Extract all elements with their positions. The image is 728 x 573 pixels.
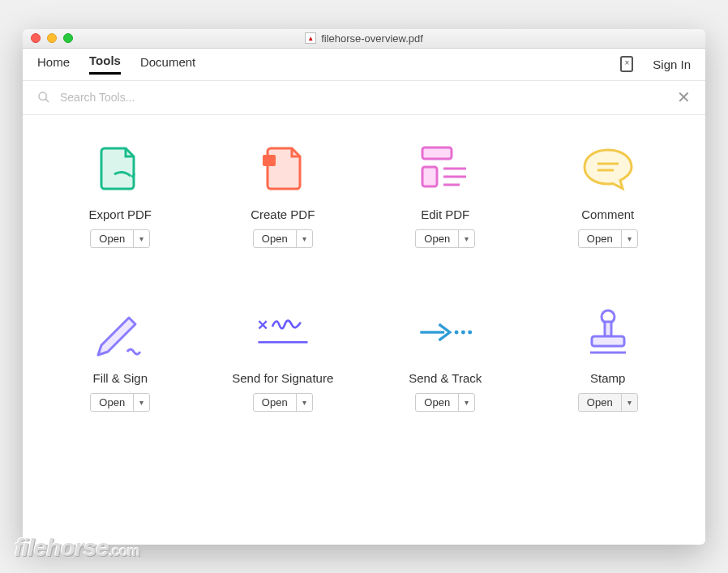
open-split-button[interactable]: Open ▾ [415,229,475,248]
svg-line-1 [45,99,49,102]
tool-export-pdf[interactable]: Export PDF Open ▾ [39,141,202,248]
tab-home[interactable]: Home [37,55,70,74]
zoom-window-icon[interactable] [63,33,73,43]
search-bar: ✕ [23,81,705,115]
top-nav: Home Tools Document Sign In [23,49,705,81]
open-button[interactable]: Open [579,230,622,247]
svg-rect-17 [605,322,611,336]
svg-point-15 [468,330,472,334]
mobile-device-icon[interactable] [620,56,633,72]
open-split-button[interactable]: Open ▾ [578,229,638,248]
open-split-button[interactable]: Open ▾ [253,393,313,412]
window-controls [31,33,73,43]
open-button[interactable]: Open [254,230,297,247]
tool-label: Fill & Sign [92,371,148,385]
open-button[interactable]: Open [416,230,459,247]
tool-label: Stamp [590,371,625,385]
comment-icon [580,141,636,196]
tool-comment[interactable]: Comment Open ▾ [527,141,690,248]
chevron-down-icon[interactable]: ▾ [622,394,637,411]
tools-grid: Export PDF Open ▾ Create PDF Open [23,115,705,438]
chevron-down-icon[interactable]: ▾ [297,394,312,411]
tool-fill-sign[interactable]: Fill & Sign Open ▾ [39,305,202,412]
open-split-button[interactable]: Open ▾ [253,229,313,248]
tab-document[interactable]: Document [140,55,195,74]
open-button[interactable]: Open [254,394,297,411]
chevron-down-icon[interactable]: ▾ [297,230,312,247]
pdf-file-icon: ▲ [305,32,316,44]
svg-text:✕: ✕ [256,316,268,332]
tools-scroll-area[interactable]: Export PDF Open ▾ Create PDF Open [23,115,705,545]
open-split-button[interactable]: Open ▾ [415,393,475,412]
watermark-text: filehorse [15,534,109,561]
open-split-button[interactable]: Open ▾ [578,393,638,412]
minimize-window-icon[interactable] [47,33,57,43]
svg-point-0 [39,92,46,100]
chevron-down-icon[interactable]: ▾ [459,394,474,411]
send-track-icon [418,305,473,360]
app-window: ▲ filehorse-overview.pdf Home Tools Docu… [23,29,705,545]
tool-create-pdf[interactable]: Create PDF Open ▾ [202,141,365,248]
tool-label: Edit PDF [421,207,469,221]
create-pdf-icon [255,141,310,196]
sign-in-link[interactable]: Sign In [653,58,691,71]
send-signature-icon: ✕ [255,305,310,360]
tool-edit-pdf[interactable]: Edit PDF Open ▾ [364,141,527,248]
tool-label: Export PDF [88,207,152,221]
window-title-text: filehorse-overview.pdf [321,32,423,45]
svg-point-13 [455,330,459,334]
watermark-suffix: .com [109,543,139,559]
chevron-down-icon[interactable]: ▾ [459,230,474,247]
window-title: ▲ filehorse-overview.pdf [23,32,705,45]
tool-label: Send for Signature [232,371,333,385]
edit-pdf-icon [418,141,473,196]
stamp-icon [580,305,636,360]
watermark: filehorse.com [15,534,139,562]
svg-point-14 [461,330,465,334]
search-input[interactable] [60,91,667,104]
tool-send-signature[interactable]: ✕ Send for Signature Open ▾ [202,305,365,412]
fill-sign-icon [92,305,148,360]
open-button[interactable]: Open [416,394,459,411]
open-split-button[interactable]: Open ▾ [90,393,150,412]
tool-label: Create PDF [251,207,315,221]
tool-label: Comment [581,207,634,221]
tab-tools[interactable]: Tools [89,53,121,75]
tool-send-track[interactable]: Send & Track Open ▾ [364,305,527,412]
open-button[interactable]: Open [91,230,134,247]
chevron-down-icon[interactable]: ▾ [622,230,637,247]
svg-rect-2 [263,155,276,166]
search-icon [37,91,50,104]
open-split-button[interactable]: Open ▾ [90,229,150,248]
chevron-down-icon[interactable]: ▾ [134,230,149,247]
titlebar: ▲ filehorse-overview.pdf [23,29,705,49]
svg-rect-3 [422,148,452,159]
close-icon[interactable]: ✕ [677,88,691,107]
tool-stamp[interactable]: Stamp Open ▾ [527,305,690,412]
open-button[interactable]: Open [91,394,134,411]
open-button[interactable]: Open [579,394,622,411]
chevron-down-icon[interactable]: ▾ [134,394,149,411]
export-pdf-icon [92,141,148,196]
svg-rect-4 [422,167,437,186]
tool-label: Send & Track [409,371,482,385]
svg-rect-18 [592,336,624,346]
close-window-icon[interactable] [31,33,41,43]
